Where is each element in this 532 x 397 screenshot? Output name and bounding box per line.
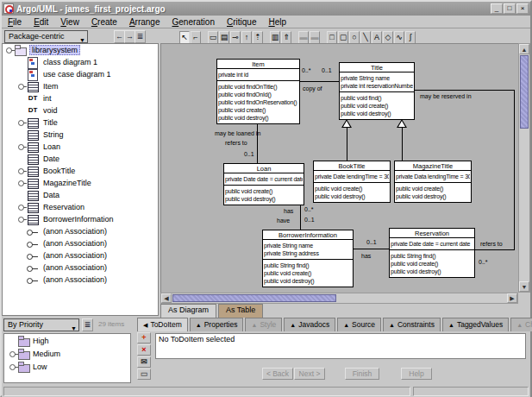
wizard-button-finish[interactable]: Finish bbox=[345, 368, 379, 380]
spline-tool[interactable]: ∿ bbox=[394, 31, 404, 44]
tree-item-date[interactable]: Date bbox=[3, 153, 158, 165]
todo-flatten-button[interactable]: ≣ bbox=[82, 318, 93, 331]
menu-generation[interactable]: Generation bbox=[166, 16, 220, 28]
expand-handle-icon[interactable] bbox=[16, 141, 27, 153]
tree-item-magazinetitle[interactable]: MagazineTitle bbox=[3, 177, 158, 189]
tab-taggedvalues[interactable]: ▲TaggedValues bbox=[442, 318, 509, 331]
tab-style[interactable]: ▲Style bbox=[245, 318, 282, 331]
edge-label-refers-to[interactable]: refers to bbox=[480, 241, 503, 248]
scroll-down-button[interactable]: ▼ bbox=[519, 281, 529, 292]
tree-item-loan[interactable]: Loan bbox=[3, 141, 158, 153]
new-todo-icon[interactable]: + bbox=[137, 332, 151, 343]
loan-borrower-association[interactable] bbox=[300, 205, 301, 230]
tree-item-use-case-diagram-1[interactable]: use case diagram 1 bbox=[3, 68, 158, 80]
perspective-combobox[interactable]: Package-centric ▼ bbox=[4, 30, 88, 43]
expand-handle-icon[interactable] bbox=[16, 117, 27, 129]
edge-label-have[interactable]: have bbox=[277, 217, 290, 224]
edge-label-may-be-reserved-in[interactable]: may be reserved in bbox=[420, 93, 472, 100]
todo-folder-medium[interactable]: Medium bbox=[4, 347, 130, 360]
expand-handle-icon[interactable] bbox=[16, 177, 27, 189]
edge-label-may-be-loaned-in[interactable]: may be loaned in bbox=[215, 130, 260, 137]
title-reservation-association[interactable] bbox=[415, 90, 515, 91]
tab-as-table[interactable]: As Table bbox=[218, 304, 263, 318]
diagram-vertical-scrollbar[interactable]: ▲ ▼ bbox=[518, 43, 530, 293]
expand-handle-icon[interactable] bbox=[16, 165, 27, 177]
tree-item-class-diagram-1[interactable]: class diagram 1 bbox=[3, 56, 158, 68]
generalization-tool[interactable]: ↑ bbox=[241, 31, 252, 44]
menu-critique[interactable]: Critique bbox=[221, 16, 262, 28]
tree-item-item[interactable]: Item bbox=[3, 80, 158, 92]
title-bar[interactable]: Argo/UML - james_first_project.argo _□× bbox=[2, 2, 530, 16]
edge-label-0[interactable]: 0..* bbox=[302, 67, 311, 74]
scroll-left-button[interactable]: ◀ bbox=[161, 293, 172, 303]
text-tool[interactable]: A bbox=[372, 31, 382, 44]
rectangle-tool[interactable]: □ bbox=[327, 31, 337, 44]
tree-item-data[interactable]: Data bbox=[3, 189, 158, 201]
snooze-icon[interactable]: ▭ bbox=[137, 369, 151, 380]
dependency-tool[interactable]: ⇑ bbox=[281, 31, 291, 44]
edge-label-refers-to[interactable]: refers to bbox=[225, 140, 247, 147]
select-tool[interactable]: ↖ bbox=[179, 31, 190, 44]
tree-item-void[interactable]: DTvoid bbox=[3, 104, 158, 117]
tab-constraints[interactable]: ▲Constraints bbox=[383, 318, 441, 331]
menu-arrange[interactable]: Arrange bbox=[123, 16, 166, 28]
title-booktitle-generalization[interactable] bbox=[347, 128, 347, 161]
tree-item-booktitle[interactable]: BookTitle bbox=[3, 165, 158, 177]
menu-edit[interactable]: Edit bbox=[28, 16, 54, 28]
association-tool[interactable]: ⊸ bbox=[230, 31, 241, 44]
menu-view[interactable]: View bbox=[54, 16, 85, 28]
tree-item-anon-association[interactable]: (anon Association) bbox=[3, 262, 158, 274]
ink-tool[interactable]: ʃ bbox=[405, 31, 416, 44]
minimize-button[interactable]: _ bbox=[491, 3, 503, 14]
close-button[interactable]: × bbox=[516, 3, 529, 14]
horizontal-scroll-thumb[interactable] bbox=[172, 294, 336, 302]
broom-tool[interactable]: ⌐ bbox=[191, 31, 201, 44]
wizard-button-next[interactable]: Next > bbox=[294, 368, 325, 380]
rounded-rectangle-tool[interactable]: ▢ bbox=[338, 31, 348, 44]
edge-label-has[interactable]: has bbox=[284, 208, 293, 215]
edge-label-0-1[interactable]: 0..1 bbox=[366, 239, 377, 246]
edge-label-0-1[interactable]: 0..1 bbox=[244, 151, 254, 158]
scroll-right-button[interactable]: ▶ bbox=[507, 293, 517, 303]
uml-class-booktitle[interactable]: BookTitleprivate Date lendingTime = 30pu… bbox=[313, 161, 391, 203]
tree-item-string[interactable]: String bbox=[3, 129, 158, 141]
uml-class-borrowerinformation[interactable]: BorrowerInformationprivate String namepr… bbox=[262, 230, 354, 287]
edge-label-0[interactable]: 0..* bbox=[304, 206, 314, 213]
association-class-tool[interactable]: ▥ bbox=[270, 31, 280, 44]
item-title-association[interactable] bbox=[300, 81, 340, 82]
email-expert-icon[interactable]: ✉ bbox=[137, 356, 151, 368]
maximize-button[interactable]: □ bbox=[504, 3, 516, 14]
class-tool[interactable]: ▤ bbox=[219, 31, 229, 44]
tree-item-reservation[interactable]: Reservation bbox=[3, 201, 158, 213]
tab-source[interactable]: ▲Source bbox=[337, 318, 381, 331]
menu-help[interactable]: Help bbox=[262, 16, 292, 28]
wizard-button-back[interactable]: < Back bbox=[262, 368, 293, 380]
line-tool[interactable]: ╲ bbox=[360, 31, 371, 44]
vertical-scroll-thumb[interactable] bbox=[520, 55, 529, 129]
menu-file[interactable]: File bbox=[2, 16, 28, 28]
borrower-reservation-association[interactable] bbox=[354, 249, 390, 249]
tab-javadocs[interactable]: ▲Javadocs bbox=[284, 318, 335, 331]
title-magazinetitle-generalization[interactable] bbox=[402, 128, 403, 161]
expand-handle-icon[interactable] bbox=[16, 80, 27, 92]
tab-as-diagram[interactable]: As Diagram bbox=[160, 304, 216, 318]
realization-tool[interactable]: ⇡ bbox=[253, 31, 263, 44]
wizard-button-help[interactable]: Help bbox=[401, 368, 432, 380]
tree-item-anon-association[interactable]: (anon Association) bbox=[3, 249, 158, 262]
tree-item-librarysystem[interactable]: librarysystem bbox=[3, 44, 158, 56]
tree-item-anon-association[interactable]: (anon Association) bbox=[3, 225, 158, 237]
todo-folder-high[interactable]: High bbox=[4, 334, 130, 347]
title-reservation-association[interactable] bbox=[514, 90, 515, 250]
diagram-horizontal-scrollbar[interactable]: ◀ ▶ bbox=[160, 293, 518, 304]
title-reservation-association[interactable] bbox=[475, 249, 515, 250]
edge-label-0-1[interactable]: 0..1 bbox=[304, 217, 315, 224]
tree-item-anon-association[interactable]: (anon Association) bbox=[3, 274, 158, 286]
perspective-config-button[interactable]: ≣ bbox=[135, 30, 146, 43]
todo-folder-low[interactable]: Low bbox=[4, 360, 130, 373]
attribute-tool[interactable]: ▬ bbox=[298, 31, 309, 44]
todo-tree[interactable]: HighMediumLow bbox=[3, 333, 131, 383]
uml-class-item[interactable]: Itemprivate int idpublic void findOnTitl… bbox=[216, 59, 300, 124]
polygon-tool[interactable]: ◇ bbox=[383, 31, 393, 44]
tree-item-int[interactable]: DTint bbox=[3, 92, 158, 104]
uml-class-reservation[interactable]: Reservationprivate Date date = current d… bbox=[389, 228, 475, 278]
